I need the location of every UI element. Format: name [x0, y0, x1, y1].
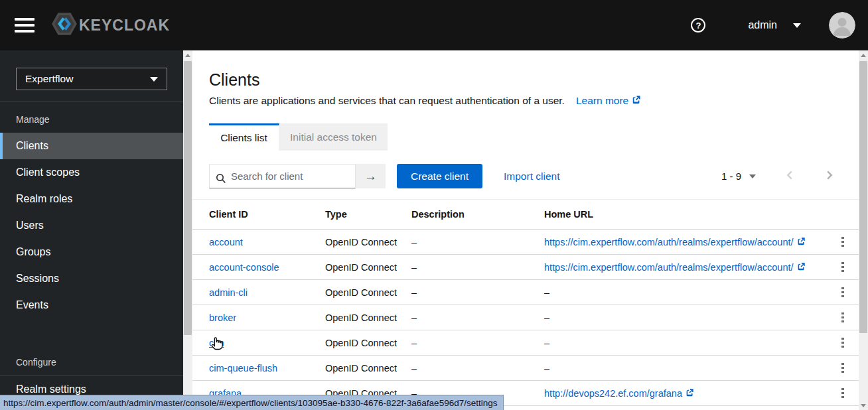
home-url-link[interactable]: https://cim.expertflow.com/auth/realms/e… [544, 262, 806, 273]
client-id-link[interactable]: account-console [209, 262, 279, 273]
sidebar-section-label: Manage [16, 114, 183, 125]
client-description: – [411, 280, 544, 305]
client-type: OpenID Connect [325, 356, 411, 381]
sidebar-nav-list: ClientsClient scopesRealm rolesUsersGrou… [0, 133, 183, 318]
kebab-menu-button[interactable] [839, 360, 847, 376]
sidebar-item[interactable]: Users [0, 212, 183, 239]
help-icon[interactable]: ? [691, 17, 707, 33]
chevron-down-icon [150, 77, 158, 82]
topbar-right-group: ? admin [691, 12, 868, 38]
search-input[interactable] [209, 164, 356, 188]
pagination-next-button[interactable] [824, 169, 835, 183]
kebab-menu-button[interactable] [839, 234, 847, 250]
page-scrollbar[interactable] [859, 50, 868, 410]
toolbar: → Create client Import client 1 - 9 [209, 164, 842, 188]
sidebar: Expertflow Manage ClientsClient scopesRe… [0, 50, 183, 410]
client-type: OpenID Connect [325, 330, 411, 356]
external-link-icon [686, 388, 694, 399]
tab-initial-access-token[interactable]: Initial access token [279, 123, 388, 151]
client-home-url: http://devops242.ef.com/grafana [544, 381, 827, 406]
sidebar-section-label: Configure [16, 357, 183, 368]
client-home-url: – [544, 305, 827, 330]
table-row: admin-cli OpenID Connect – – [192, 280, 859, 305]
client-description: – [411, 330, 544, 356]
home-url-link[interactable]: http://devops242.ef.com/grafana [544, 388, 694, 399]
chevron-down-icon [749, 174, 756, 178]
keycloak-logo: KEYCLOAK [50, 10, 170, 40]
sidebar-item[interactable]: Groups [0, 239, 183, 265]
page-title: Clients [209, 70, 842, 90]
external-link-icon [797, 237, 806, 247]
client-id-link[interactable]: account [209, 237, 243, 247]
create-client-button[interactable]: Create client [397, 164, 482, 188]
sidebar-item[interactable]: Sessions [0, 265, 183, 292]
table-row: cim OpenID Connect – – [192, 330, 859, 356]
client-home-url: – [544, 356, 827, 381]
chevron-down-icon [793, 23, 801, 28]
page-description: Clients are applications and services th… [209, 95, 842, 107]
table-column-header: Client ID [192, 200, 325, 230]
table-column-header: Home URL [544, 200, 827, 230]
status-url: https://cim.expertflow.com/auth/admin/ma… [3, 398, 497, 408]
client-home-url: https://cim.expertflow.com/auth/realms/e… [544, 255, 827, 280]
pagination: 1 - 9 [721, 169, 835, 183]
client-type: OpenID Connect [325, 230, 411, 255]
main-content: Clients Clients are applications and ser… [192, 50, 859, 410]
hamburger-menu-icon[interactable] [15, 18, 35, 33]
scrollbar-thumb[interactable] [184, 61, 192, 335]
kebab-menu-button[interactable] [839, 310, 847, 326]
learn-more-link[interactable]: Learn more [576, 95, 641, 107]
realm-name: Expertflow [25, 73, 73, 85]
sidebar-divider [0, 102, 183, 102]
scroll-up-icon[interactable] [183, 50, 192, 60]
kebab-menu-button[interactable] [839, 385, 847, 401]
search-submit-button[interactable]: → [356, 164, 386, 188]
sidebar-item[interactable]: Events [0, 292, 183, 318]
table-column-header: Type [325, 200, 411, 230]
table-row: account OpenID Connect – https://cim.exp… [192, 230, 859, 255]
client-description: – [411, 255, 544, 280]
tab-clients-list[interactable]: Clients list [209, 123, 279, 151]
scrollbar-thumb[interactable] [859, 61, 867, 333]
user-menu-button[interactable]: admin [748, 19, 801, 31]
top-navbar: KEYCLOAK ? admin [0, 0, 868, 50]
client-id-link[interactable]: admin-cli [209, 287, 248, 298]
client-description: – [411, 230, 544, 255]
client-description: – [411, 356, 544, 381]
client-home-url: – [544, 280, 827, 305]
client-id-link[interactable]: cim [209, 338, 224, 348]
scroll-up-icon[interactable] [859, 50, 868, 60]
scroll-down-icon[interactable] [859, 401, 868, 410]
tab-bar: Clients list Initial access token [209, 123, 859, 151]
external-link-icon [632, 95, 641, 107]
pagination-prev-button[interactable] [784, 169, 796, 183]
client-id-link[interactable]: broker [209, 312, 236, 323]
client-id-link[interactable]: cim-queue-flush [209, 363, 277, 374]
pagination-range-dropdown[interactable]: 1 - 9 [721, 171, 756, 182]
client-type: OpenID Connect [325, 305, 411, 330]
table-header-row: Client IDTypeDescriptionHome URL [192, 200, 859, 230]
kebab-menu-button[interactable] [839, 259, 847, 275]
sidebar-item[interactable]: Realm roles [0, 186, 183, 212]
brand-text: KEYCLOAK [79, 17, 170, 34]
client-home-url: – [544, 330, 827, 356]
sidebar-item[interactable]: Clients [0, 133, 183, 159]
import-client-link[interactable]: Import client [504, 171, 559, 182]
client-type: OpenID Connect [325, 280, 411, 305]
table-column-header: Description [411, 200, 544, 230]
sidebar-section-manage: Manage ClientsClient scopesRealm rolesUs… [0, 114, 183, 318]
sidebar-scrollbar[interactable] [183, 50, 192, 410]
browser-status-bar: https://cim.expertflow.com/auth/admin/ma… [0, 395, 504, 410]
kebab-menu-button[interactable] [839, 335, 847, 351]
home-url-link[interactable]: https://cim.expertflow.com/auth/realms/e… [544, 237, 806, 247]
table-row: account-console OpenID Connect – https:/… [192, 255, 859, 280]
table-row: cim-queue-flush OpenID Connect – – [192, 356, 859, 381]
client-description: – [411, 305, 544, 330]
avatar[interactable] [829, 12, 855, 38]
client-type: OpenID Connect [325, 255, 411, 280]
sidebar-item[interactable]: Client scopes [0, 159, 183, 186]
realm-selector-dropdown[interactable]: Expertflow [16, 68, 167, 90]
page-header: Clients Clients are applications and ser… [192, 50, 859, 107]
table-row: broker OpenID Connect – – [192, 305, 859, 330]
kebab-menu-button[interactable] [839, 285, 847, 301]
